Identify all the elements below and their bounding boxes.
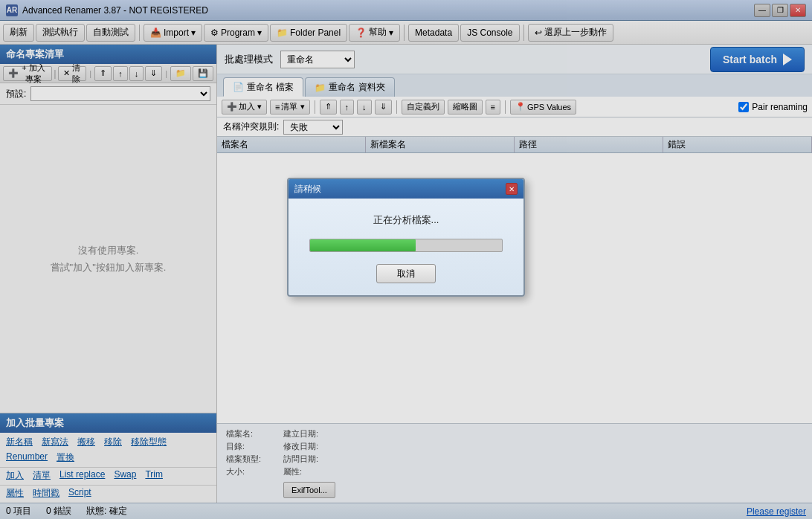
progress-bar-container bbox=[309, 239, 503, 252]
dialog-body: 正在分析檔案... 取消 bbox=[289, 199, 523, 295]
dialog-overlay: 請稍候 ✕ 正在分析檔案... 取消 bbox=[0, 0, 812, 519]
progress-bar-fill bbox=[310, 239, 416, 251]
dialog-cancel-button[interactable]: 取消 bbox=[376, 264, 436, 283]
dialog-title-text: 請稍候 bbox=[294, 183, 321, 196]
dialog-message: 正在分析檔案... bbox=[373, 213, 439, 227]
dialog-title-bar: 請稍候 ✕ bbox=[289, 179, 523, 199]
progress-dialog: 請稍候 ✕ 正在分析檔案... 取消 bbox=[287, 178, 525, 297]
dialog-close-button[interactable]: ✕ bbox=[506, 183, 518, 195]
